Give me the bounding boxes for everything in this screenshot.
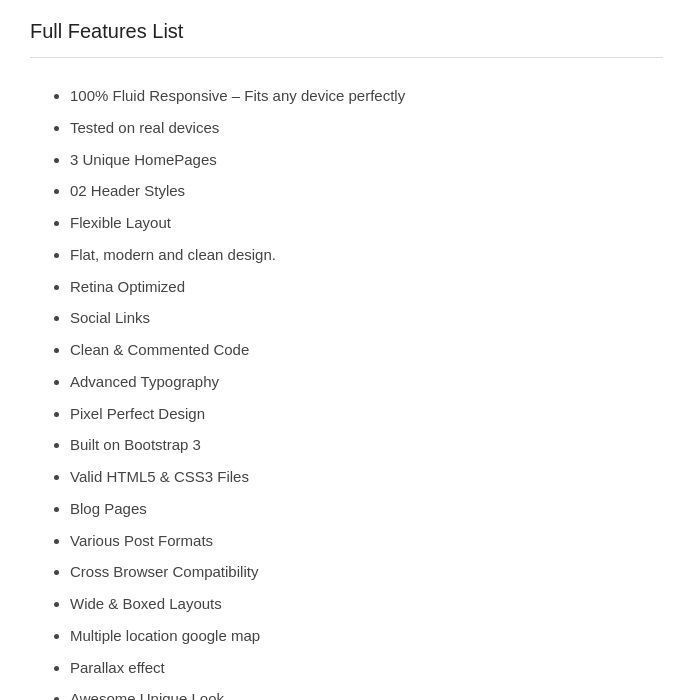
list-item: Multiple location google map: [70, 620, 663, 652]
list-item: Valid HTML5 & CSS3 Files: [70, 461, 663, 493]
list-item: Parallax effect: [70, 652, 663, 684]
list-item: Flexible Layout: [70, 207, 663, 239]
page-title: Full Features List: [30, 20, 663, 43]
list-item: Blog Pages: [70, 493, 663, 525]
list-item: Awesome Unique Look: [70, 683, 663, 700]
list-item: Social Links: [70, 302, 663, 334]
list-item: Clean & Commented Code: [70, 334, 663, 366]
list-item: Various Post Formats: [70, 525, 663, 557]
list-item: Tested on real devices: [70, 112, 663, 144]
list-item: 100% Fluid Responsive – Fits any device …: [70, 80, 663, 112]
page-container: Full Features List 100% Fluid Responsive…: [0, 0, 693, 700]
list-item: Wide & Boxed Layouts: [70, 588, 663, 620]
list-item: Built on Bootstrap 3: [70, 429, 663, 461]
features-list: 100% Fluid Responsive – Fits any device …: [30, 80, 663, 700]
list-item: Cross Browser Compatibility: [70, 556, 663, 588]
list-item: 3 Unique HomePages: [70, 144, 663, 176]
list-item: Flat, modern and clean design.: [70, 239, 663, 271]
list-item: 02 Header Styles: [70, 175, 663, 207]
title-divider: [30, 57, 663, 58]
list-item: Advanced Typography: [70, 366, 663, 398]
list-item: Pixel Perfect Design: [70, 398, 663, 430]
list-item: Retina Optimized: [70, 271, 663, 303]
